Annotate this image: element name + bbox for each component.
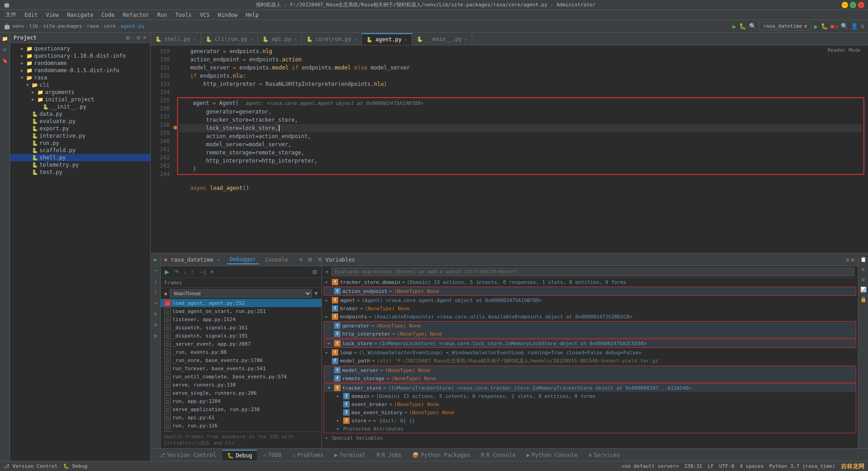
settings-gear-icon[interactable]: ⚙ [861, 23, 864, 30]
breadcrumb-rasa[interactable]: rasa [87, 23, 99, 29]
var-row-protected-attrs[interactable]: ► Protected Attributes [324, 425, 856, 433]
frame-item-10[interactable]: □ serve, runners.py:130 [161, 381, 321, 389]
minimize-button[interactable]: ─ [842, 2, 848, 8]
project-close-btn[interactable]: ✕ [143, 35, 147, 41]
run-green-btn[interactable]: ▶ [814, 23, 818, 30]
tree-area[interactable]: ▶ 📁 questionary ▶ 📁 questionary-1.10.0.d… [10, 43, 150, 461]
var-row-tracker-store[interactable]: ▼ f tracker_store = (InMemoryTrackerStor… [324, 384, 856, 392]
menu-navigate[interactable]: Navigate [64, 11, 97, 19]
status-git[interactable]: ⎇ Version Control [4, 463, 58, 469]
var-row-lock-store[interactable]: ► f lock_store = (InMemoryLockStore) <ra… [324, 339, 856, 347]
debug-stop-btn[interactable]: ⊞ [311, 268, 319, 276]
frame-item-8[interactable]: □ run_forever, base_events.py:541 [161, 364, 321, 372]
right-icon-3[interactable]: ⚙ [859, 275, 868, 283]
tab-agent-py[interactable]: 🐍 agent.py ✕ [362, 33, 412, 45]
debug-settings-icon[interactable]: ⚙ [152, 321, 160, 329]
menu-edit[interactable]: Edit [21, 11, 41, 19]
search-icon[interactable]: 🔍 [841, 23, 848, 30]
var-row-broker[interactable]: f broker = (NoneType) None [322, 304, 858, 312]
frame-item-1[interactable]: □ load_agent_on_start, run.py:251 [161, 307, 321, 315]
var-row-tracker-store-domain[interactable]: ► f tracker_store.domain = (Domain) 13 a… [322, 278, 858, 286]
tab-close-agent[interactable]: ✕ [404, 37, 407, 42]
tab-cli-run-py[interactable]: 🐍 cli\run.py ✕ [201, 33, 258, 45]
menu-file[interactable]: 文件 [2, 10, 20, 20]
status-no-server[interactable]: <no default server> [621, 463, 679, 469]
tree-item-scaffold-py[interactable]: 🐍 scaffold.py [10, 147, 150, 154]
bottom-tab-r-jobs[interactable]: R R Jobs [372, 450, 406, 461]
var-row-agent[interactable]: ► f agent = (Agent) <rasa.core.agent.Age… [322, 296, 858, 304]
tab-close-shell[interactable]: ✕ [193, 37, 196, 42]
var-row-ts-domain[interactable]: ► f domain = (Domain) 13 actions, 5 inte… [324, 392, 856, 400]
status-python-version[interactable]: Python 3.7 (rasa_time) [769, 463, 835, 469]
tab-api-py[interactable]: 🐍 api.py ✕ [258, 33, 301, 45]
menu-vcs[interactable]: VCS [196, 11, 213, 19]
debug-green-btn[interactable]: 🐛 [821, 23, 828, 30]
tab-close-cli-run[interactable]: ✕ [250, 37, 253, 42]
frame-item-13[interactable]: □ serve_application, run.py:230 [161, 405, 321, 413]
vars-layout-icon[interactable]: ⊞ [851, 257, 854, 263]
menu-refactor[interactable]: Refactor [119, 11, 153, 19]
right-icon-2[interactable]: ≡ [859, 265, 868, 273]
structure-icon[interactable]: ≡ [1, 45, 9, 54]
vars-settings-icon[interactable]: ⚙ [846, 257, 849, 263]
tree-item-test-py[interactable]: 🐍 test.py [10, 169, 150, 176]
frame-item-6[interactable]: □ _run, events.py:88 [161, 348, 321, 356]
project-icon[interactable]: 📁 [1, 35, 9, 43]
debug-resume-icon[interactable]: ▶ [152, 255, 160, 263]
tree-item-initial-project[interactable]: ▶ 📁 initial_project [10, 96, 150, 103]
breadcrumb-agent[interactable]: agent.py [121, 23, 145, 29]
tree-item-questionary-dist[interactable]: ▶ 📁 questionary-1.10.0.dist-info [10, 52, 150, 59]
breadcrumb-venv[interactable]: venv [12, 23, 25, 29]
tree-item-evaluate-py[interactable]: 🐍 evaluate.py [10, 118, 150, 125]
right-icon-4[interactable]: 📊 [859, 285, 868, 293]
project-collapse-btn[interactable]: − [132, 35, 134, 41]
status-debug-run[interactable]: 🐛 Debug [63, 463, 88, 469]
debug-resume-btn[interactable]: ▶ [163, 268, 171, 276]
var-row-ts-event-broker[interactable]: f event_broker = (NoneType) None [324, 400, 856, 408]
status-line-col[interactable]: 238:31 [684, 463, 702, 469]
breadcrumb-lib[interactable]: lib [29, 23, 38, 29]
debug-step-into-btn[interactable]: ↓ [182, 268, 188, 276]
debug-step-over-icon[interactable]: ↷ [152, 266, 160, 274]
menu-window[interactable]: Window [214, 11, 241, 19]
debug-close-session[interactable]: ✕ [217, 257, 220, 262]
tab-close-main[interactable]: ✕ [464, 37, 467, 42]
frame-item-14[interactable]: □ run, api.py:61 [161, 413, 321, 421]
vars-expression-input[interactable] [331, 268, 854, 276]
debug-run-cursor-btn[interactable]: →| [197, 268, 207, 276]
frame-item-5[interactable]: □ _server_event, app.py:2007 [161, 340, 321, 348]
thread-dropdown-arrow[interactable]: ▼ [315, 290, 318, 297]
frame-item-9[interactable]: □ run_until_complete, base_events.py:574 [161, 372, 321, 381]
vars-add-watch-icon[interactable]: + [326, 269, 329, 275]
close-button[interactable]: ✕ [858, 2, 864, 8]
var-row-loop[interactable]: ► f loop = (\_WindowsSelectorEventLoop) … [322, 348, 858, 357]
tab-main-py[interactable]: 🐍 __main__.py ✕ [412, 33, 473, 45]
bottom-tab-problems[interactable]: ⚠ Problems [288, 450, 328, 461]
status-encoding[interactable]: UTF-8 [719, 463, 734, 469]
debug-evaluate-icon[interactable]: ≡ [152, 310, 160, 318]
var-row-ts-max-event[interactable]: f max_event_history = (NoneType) None [324, 408, 856, 416]
status-indent[interactable]: 4 spaces [740, 463, 764, 469]
frame-item-15[interactable]: □ run, run.py:126 [161, 421, 321, 430]
bottom-tab-r-console[interactable]: R R Console [477, 450, 520, 461]
var-row-remote-storage[interactable]: f remote_storage = (NoneType) None [324, 374, 856, 382]
bottom-tab-todo[interactable]: ✓ TODO [259, 450, 286, 461]
menu-run[interactable]: Run [153, 11, 171, 19]
var-row-http-interpreter[interactable]: f http_interpreter = (NoneType) None [324, 330, 856, 338]
project-settings-btn[interactable]: ⚙ [136, 35, 141, 41]
tree-item-rasa[interactable]: ▼ 📂 rasa [10, 74, 150, 81]
thread-select[interactable]: MainThread [170, 289, 312, 297]
right-icon-5[interactable]: 🔒 [859, 295, 868, 303]
tree-item-run-py[interactable]: 🐍 run.py [10, 139, 150, 147]
code-content[interactable]: generator = endpoints.nlg action_endpoin… [173, 45, 868, 253]
debug-step-out-btn[interactable]: ↑ [190, 268, 196, 276]
vars-list[interactable]: ► f tracker_store.domain = (Domain) 13 a… [322, 278, 858, 448]
tree-item-interactive-py[interactable]: 🐍 interactive.py [10, 132, 150, 139]
debug-step-over-btn[interactable]: ↷ [173, 268, 180, 276]
var-row-ts-store[interactable]: ► f store = = {dict: 0} {} [324, 416, 856, 425]
maximize-button[interactable]: □ [850, 2, 856, 8]
tree-item-randomname[interactable]: ▶ 📁 randomname [10, 59, 150, 67]
bottom-tab-services[interactable]: ≡ Services [584, 450, 624, 461]
debug-tab-debugger[interactable]: Debugger [227, 255, 259, 264]
var-row-action-endpoint[interactable]: f action_endpoint = (NoneType) None [324, 287, 856, 295]
